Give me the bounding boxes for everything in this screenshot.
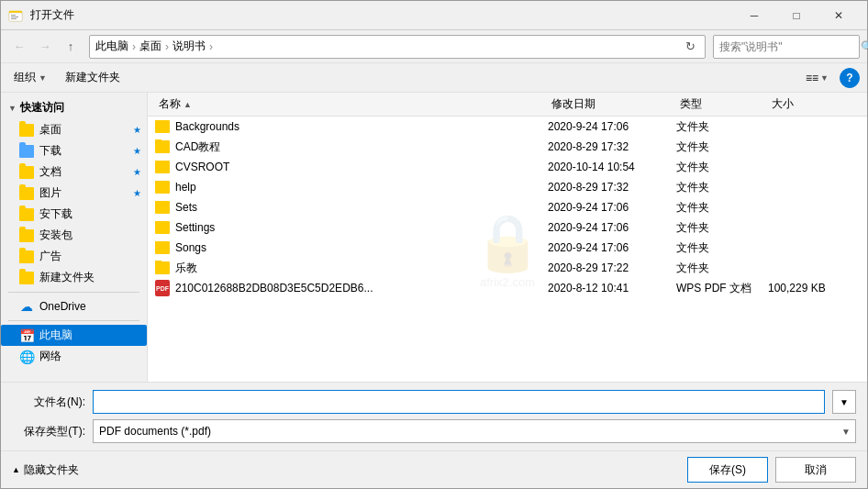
quick-access-header[interactable]: ▼ 快速访问 — [1, 96, 147, 119]
sidebar-item-packages[interactable]: 安装包 — [1, 225, 147, 246]
sidebar-item-label: 文档 — [39, 164, 61, 180]
svg-rect-2 — [11, 15, 16, 16]
sidebar-item-label: 新建文件夹 — [39, 270, 95, 285]
pdf-icon: PDF — [155, 280, 170, 296]
help-button[interactable]: ? — [840, 68, 860, 88]
save-label: 保存(S) — [709, 462, 746, 478]
table-row[interactable]: Settings 2020-9-24 17:06 文件夹 — [148, 217, 867, 238]
hide-folders-button[interactable]: ▲ 隐藏文件夹 — [12, 462, 79, 478]
main-content: ▼ 快速访问 桌面 ★ 下载 ★ 文档 ★ 图片 ★ — [1, 93, 867, 382]
sidebar-item-label: 图片 — [39, 185, 61, 201]
sidebar-item-downloads2[interactable]: 安下载 — [1, 204, 147, 225]
save-button[interactable]: 保存(S) — [687, 457, 768, 483]
bottom-area: 文件名(N): ▼ 保存类型(T): PDF documents (*.pdf)… — [1, 382, 867, 450]
pictures-folder-icon — [19, 187, 34, 200]
file-name-cell: 乐教 — [155, 261, 548, 276]
cancel-button[interactable]: 取消 — [775, 457, 856, 483]
breadcrumb-current[interactable]: 说明书 — [172, 39, 206, 54]
file-type-cell: 文件夹 — [676, 220, 768, 236]
table-row[interactable]: 乐教 2020-8-29 17:22 文件夹 — [148, 258, 867, 278]
file-date-cell: 2020-8-12 10:41 — [548, 282, 676, 295]
file-date-cell: 2020-9-24 17:06 — [548, 221, 676, 234]
filetype-select[interactable]: PDF documents (*.pdf) — [93, 419, 856, 443]
sidebar-divider-2 — [8, 320, 139, 321]
file-name-cell: Sets — [155, 201, 548, 214]
folder-icon — [155, 181, 170, 194]
file-name-cell: Settings — [155, 221, 548, 234]
file-name-label: Settings — [175, 221, 215, 234]
svg-rect-4 — [11, 18, 17, 19]
close-button[interactable]: ✕ — [818, 1, 860, 30]
pin-icon: ★ — [133, 146, 141, 156]
column-header-type[interactable]: 类型 — [676, 96, 768, 112]
pin-icon: ★ — [133, 167, 141, 177]
sidebar-item-desktop[interactable]: 桌面 ★ — [1, 119, 147, 140]
table-row[interactable]: CAD教程 2020-8-29 17:32 文件夹 — [148, 137, 867, 157]
back-button[interactable]: ← — [8, 36, 30, 58]
up-button[interactable]: ↑ — [60, 36, 82, 58]
file-date-cell: 2020-9-24 17:06 — [548, 120, 676, 133]
filename-dropdown-button[interactable]: ▼ — [832, 390, 856, 414]
file-name-label: Songs — [175, 241, 206, 254]
table-row[interactable]: Sets 2020-9-24 17:06 文件夹 — [148, 197, 867, 217]
search-icon[interactable]: 🔍 — [861, 40, 868, 53]
svg-rect-3 — [11, 17, 18, 17]
minimize-button[interactable]: ─ — [733, 1, 775, 30]
action-toolbar: 组织 ▼ 新建文件夹 ≡≡ ▼ ? — [1, 63, 867, 93]
maximize-button[interactable]: □ — [775, 1, 818, 30]
file-type-cell: 文件夹 — [676, 240, 768, 256]
address-refresh-button[interactable]: ↻ — [681, 38, 699, 56]
sidebar-item-pictures[interactable]: 图片 ★ — [1, 183, 147, 204]
file-type-cell: 文件夹 — [676, 160, 768, 175]
hide-folders-label: 隐藏文件夹 — [24, 462, 79, 478]
search-bar: 🔍 — [713, 35, 860, 59]
filename-label: 文件名(N): — [12, 395, 85, 410]
folder-icon — [155, 161, 170, 173]
table-row[interactable]: Backgrounds 2020-9-24 17:06 文件夹 — [148, 117, 867, 137]
title-bar-title: 打开文件 — [30, 7, 74, 23]
file-name-label: help — [175, 181, 196, 194]
view-button[interactable]: ≡≡ ▼ — [802, 70, 832, 86]
file-name-cell: help — [155, 181, 548, 194]
sidebar-item-ads[interactable]: 广告 — [1, 246, 147, 267]
dialog-action-buttons: 保存(S) 取消 — [687, 457, 856, 483]
folder-icon — [155, 120, 170, 133]
breadcrumb-desktop[interactable]: 桌面 — [139, 39, 161, 54]
sidebar-item-downloads[interactable]: 下载 ★ — [1, 140, 147, 161]
folder-icon — [19, 208, 34, 221]
filename-input[interactable] — [93, 390, 825, 414]
col-date-label: 修改日期 — [551, 97, 595, 110]
column-header-name[interactable]: 名称 ▲ — [155, 96, 548, 112]
search-input[interactable] — [719, 40, 857, 53]
breadcrumb-this-pc[interactable]: 此电脑 — [95, 39, 128, 54]
sidebar-item-network[interactable]: 🌐 网络 — [1, 346, 147, 367]
forward-button[interactable]: → — [34, 36, 56, 58]
sort-arrow-icon: ▲ — [184, 100, 192, 109]
table-row[interactable]: PDF 210C012688B2DB08D3E5C5D2EDB6... 2020… — [148, 278, 867, 298]
file-date-cell: 2020-9-24 17:06 — [548, 201, 676, 214]
new-folder-button[interactable]: 新建文件夹 — [60, 68, 126, 87]
sidebar-item-label: 此电脑 — [39, 328, 72, 343]
table-row[interactable]: help 2020-8-29 17:32 文件夹 — [148, 177, 867, 197]
footer-action-bar: ▲ 隐藏文件夹 保存(S) 取消 — [1, 450, 867, 488]
sidebar-item-this-pc[interactable]: 📅 此电脑 — [1, 325, 147, 346]
column-header-size[interactable]: 大小 — [768, 96, 860, 112]
col-type-label: 类型 — [680, 97, 702, 110]
sidebar-item-onedrive[interactable]: ☁ OneDrive — [1, 296, 147, 317]
onedrive-icon: ☁ — [19, 299, 34, 314]
sidebar-item-documents[interactable]: 文档 ★ — [1, 161, 147, 183]
file-type-cell: 文件夹 — [676, 119, 768, 135]
folder-icon — [155, 201, 170, 214]
quick-access-arrow-icon: ▼ — [8, 104, 17, 113]
sidebar: ▼ 快速访问 桌面 ★ 下载 ★ 文档 ★ 图片 ★ — [1, 93, 148, 382]
title-bar: 打开文件 ─ □ ✕ — [1, 1, 867, 30]
table-row[interactable]: Songs 2020-9-24 17:06 文件夹 — [148, 238, 867, 258]
organize-button[interactable]: 组织 ▼ — [8, 68, 52, 87]
file-name-cell: CAD教程 — [155, 139, 548, 155]
col-size-label: 大小 — [772, 97, 794, 110]
sidebar-item-new-folder[interactable]: 新建文件夹 — [1, 267, 147, 288]
title-bar-controls: ─ □ ✕ — [733, 1, 860, 30]
column-header-date[interactable]: 修改日期 — [548, 96, 676, 112]
table-row[interactable]: CVSROOT 2020-10-14 10:54 文件夹 — [148, 157, 867, 177]
sidebar-item-label: 桌面 — [39, 122, 61, 138]
